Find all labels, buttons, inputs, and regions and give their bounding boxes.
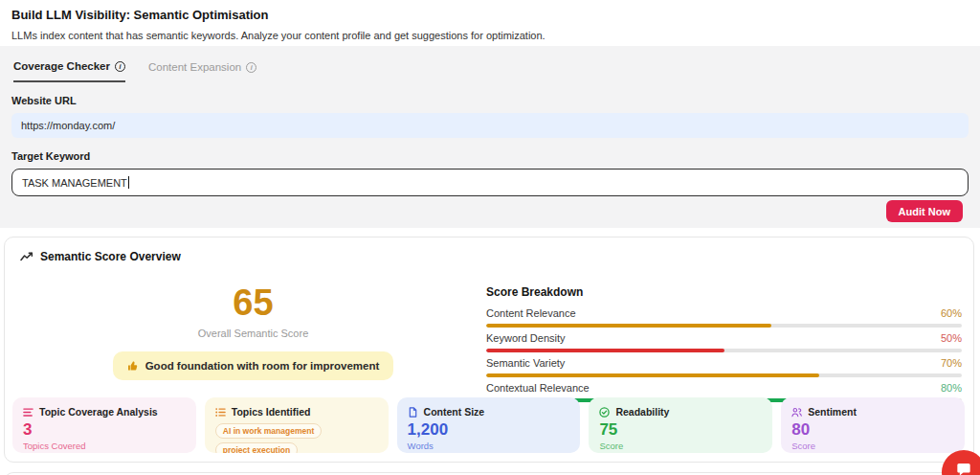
breakdown-row-labels: Content Relevance60% bbox=[486, 307, 962, 320]
score-verdict-badge: Good foundation with room for improvemen… bbox=[113, 351, 394, 380]
tab-bar: Coverage Checker i Content Expansion i bbox=[0, 46, 980, 82]
breakdown-bar-track bbox=[486, 373, 962, 377]
topic-chips: AI in work managementproject executionre… bbox=[215, 423, 378, 453]
stat-card-title: Content Size bbox=[424, 406, 485, 418]
overview-heading: Semantic Score Overview bbox=[40, 250, 181, 263]
stat-card-header: Sentiment bbox=[791, 406, 954, 418]
topic-chip[interactable]: project execution bbox=[215, 442, 298, 453]
breakdown-metric-label: Contextual Relevance bbox=[486, 382, 590, 395]
breakdown-bar-fill bbox=[486, 324, 771, 328]
target-keyword-label: Target Keyword bbox=[11, 150, 969, 162]
target-keyword-value: TASK MANAGEMENT bbox=[22, 177, 127, 189]
breakdown-row-labels: Semantic Variety70% bbox=[486, 357, 962, 370]
score-verdict-text: Good foundation with room for improvemen… bbox=[145, 360, 380, 372]
score-breakdown-rows: Content Relevance60%Keyword Density50%Se… bbox=[486, 307, 962, 402]
stat-card-header: Topic Coverage Analysis bbox=[23, 406, 186, 418]
stat-card-header: Readability bbox=[599, 406, 762, 418]
stat-card-value: 75 bbox=[599, 421, 762, 438]
breakdown-metric-value: 60% bbox=[941, 307, 962, 320]
semantic-score-overview-card: Semantic Score Overview 65 Overall Seman… bbox=[4, 237, 974, 463]
page-header: Build LLM Visibility: Semantic Optimisat… bbox=[0, 0, 980, 41]
info-icon[interactable]: i bbox=[246, 62, 256, 73]
tab-content-expansion[interactable]: Content Expansion i bbox=[148, 60, 256, 82]
stat-card-value: 80 bbox=[791, 421, 954, 438]
score-columns: 65 Overall Semantic Score Good foundatio… bbox=[5, 263, 973, 407]
breakdown-metric-label: Semantic Variety bbox=[486, 357, 565, 370]
website-url-input[interactable]: https://monday.com/ bbox=[11, 113, 969, 138]
stat-card-title: Readability bbox=[615, 406, 669, 418]
stat-card-topic-coverage: Topic Coverage Analysis3Topics Covered bbox=[12, 397, 196, 453]
breakdown-row-labels: Keyword Density50% bbox=[486, 332, 962, 345]
stat-card-title: Topics Identified bbox=[232, 406, 311, 418]
page-title: Build LLM Visibility: Semantic Optimisat… bbox=[11, 8, 969, 22]
tab-content-expansion-label: Content Expansion bbox=[148, 61, 241, 73]
trending-up-icon bbox=[20, 251, 33, 262]
breakdown-metric-value: 50% bbox=[941, 332, 962, 345]
target-keyword-input[interactable]: TASK MANAGEMENT bbox=[11, 169, 969, 196]
stat-card-title: Sentiment bbox=[808, 406, 857, 418]
breakdown-metric-label: Keyword Density bbox=[486, 332, 566, 345]
page-subtitle: LLMs index content that has semantic key… bbox=[11, 30, 969, 41]
breakdown-row: Keyword Density50% bbox=[486, 332, 962, 352]
breakdown-metric-value: 70% bbox=[941, 357, 962, 370]
stats-row: Topic Coverage Analysis3Topics CoveredTo… bbox=[12, 397, 965, 453]
breakdown-bar-track bbox=[486, 324, 962, 328]
breakdown-row: Semantic Variety70% bbox=[486, 357, 962, 377]
stat-card-readability: Readability75Score bbox=[589, 397, 772, 453]
text-caret bbox=[128, 176, 129, 189]
stat-card-sub-label: Words bbox=[408, 441, 570, 451]
stat-card-sub-label: Score bbox=[599, 441, 762, 451]
breakdown-bar-track bbox=[486, 349, 962, 352]
users-icon bbox=[791, 407, 802, 418]
stat-card-sentiment: Sentiment80Score bbox=[781, 397, 965, 453]
stat-card-sub-label: Topics Covered bbox=[23, 441, 186, 451]
stat-card-header: Content Size bbox=[408, 406, 570, 418]
align-left-icon bbox=[23, 407, 33, 418]
stat-card-sub-label: Score bbox=[791, 441, 954, 451]
website-url-value: https://monday.com/ bbox=[21, 120, 115, 131]
thumbs-up-icon bbox=[127, 360, 139, 372]
score-breakdown-block: Score Breakdown Content Relevance60%Keyw… bbox=[486, 263, 962, 407]
tab-coverage-checker-label: Coverage Checker bbox=[13, 60, 110, 72]
overall-score-block: 65 Overall Semantic Score Good foundatio… bbox=[20, 263, 486, 407]
document-icon bbox=[408, 407, 418, 418]
overall-score-label: Overall Semantic Score bbox=[20, 328, 486, 339]
overall-score-value: 65 bbox=[20, 284, 486, 321]
info-icon[interactable]: i bbox=[115, 61, 125, 72]
breakdown-row: Content Relevance60% bbox=[486, 307, 962, 328]
list-bullets-icon bbox=[215, 407, 226, 418]
website-url-label: Website URL bbox=[11, 95, 969, 106]
overview-card-header: Semantic Score Overview bbox=[5, 238, 973, 263]
breakdown-metric-label: Content Relevance bbox=[486, 307, 576, 320]
check-circle-icon bbox=[599, 407, 610, 418]
breakdown-bar-fill bbox=[486, 349, 724, 352]
stat-card-value: 3 bbox=[23, 421, 186, 438]
audit-now-button[interactable]: Audit Now bbox=[886, 200, 963, 222]
audit-form-panel: Coverage Checker i Content Expansion i W… bbox=[0, 46, 980, 228]
tab-coverage-checker[interactable]: Coverage Checker i bbox=[13, 60, 125, 82]
stat-card-topics-identified: Topics IdentifiedAI in work managementpr… bbox=[205, 397, 389, 453]
stat-card-title: Topic Coverage Analysis bbox=[39, 406, 158, 418]
chat-bubble-icon bbox=[954, 461, 973, 475]
stat-card-content-size: Content Size1,200Words bbox=[397, 397, 581, 453]
breakdown-bar-fill bbox=[486, 373, 819, 377]
stat-card-value: 1,200 bbox=[408, 421, 570, 438]
topic-chip[interactable]: AI in work management bbox=[215, 423, 322, 439]
breakdown-row-labels: Contextual Relevance80% bbox=[486, 382, 962, 395]
score-breakdown-title: Score Breakdown bbox=[486, 285, 962, 299]
breakdown-metric-value: 80% bbox=[941, 382, 962, 395]
stat-card-header: Topics Identified bbox=[215, 406, 378, 418]
